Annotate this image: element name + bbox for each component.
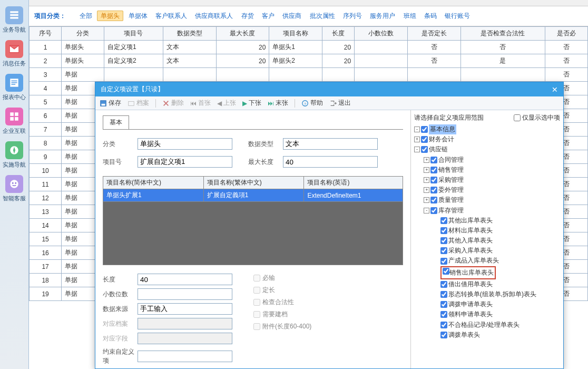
exit-button[interactable]: 退出 <box>329 99 351 108</box>
validate-checkbox[interactable]: 检查合法性 <box>253 298 311 307</box>
sidebar-item-grid[interactable]: 企业互联 <box>3 108 26 135</box>
tree-node[interactable]: 形态转换单(组装单,拆卸单)表头 <box>414 289 560 299</box>
tree-node[interactable]: 采购入库单表头 <box>414 246 560 256</box>
tree-expander[interactable]: - <box>414 127 420 132</box>
filter-tab[interactable]: 服务用户 <box>367 11 398 21</box>
tree-node[interactable]: -基本信息 <box>414 124 560 134</box>
tree-checkbox[interactable] <box>430 197 437 203</box>
tree-checkbox[interactable] <box>430 207 437 214</box>
tree-node-label[interactable]: 调拨申请单表头 <box>448 299 493 309</box>
tree-node-label[interactable]: 采购入库单表头 <box>448 246 493 256</box>
tree-node[interactable]: 其他出库单表头 <box>414 216 560 226</box>
name-grid-header[interactable]: 项目名称(英语) <box>304 177 403 189</box>
table-row[interactable]: 2单据头自定义项2文本20单据头220否是否 <box>30 54 588 68</box>
tree-node-label[interactable]: 产成品入库单表头 <box>448 256 499 266</box>
decimal-input[interactable] <box>138 288 232 300</box>
tree-node-label[interactable]: 销售出库单表头 <box>440 266 496 279</box>
table-row[interactable]: 3单据否 <box>30 68 588 82</box>
tree-checkbox[interactable] <box>421 136 428 143</box>
dialog-titlebar[interactable]: 自定义项设置【只读】 ✕ <box>95 82 563 96</box>
filter-tab[interactable]: 批次属性 <box>307 11 338 21</box>
tab-basic[interactable]: 基本 <box>103 115 129 129</box>
table-header[interactable]: 是否必 <box>545 27 587 41</box>
tree-node[interactable]: +委外管理 <box>414 185 560 195</box>
sidebar-item-compass[interactable]: 实施导航 <box>3 141 26 169</box>
tree-node-label[interactable]: 不合格品记录/处理单表头 <box>448 320 520 330</box>
filter-tab[interactable]: 客户联系人 <box>152 11 190 21</box>
tree-node-label[interactable]: 其他出库单表头 <box>448 216 493 226</box>
tree-node-label[interactable]: 基本信息 <box>429 124 456 134</box>
filter-tab[interactable]: 客户 <box>259 11 278 21</box>
tree-node-label[interactable]: 销售管理 <box>438 165 464 175</box>
length-input[interactable] <box>138 274 232 285</box>
tree-checkbox[interactable] <box>430 187 437 193</box>
table-header[interactable]: 是否定长 <box>407 27 460 41</box>
table-row[interactable]: 1单据头自定义项1文本20单据头120否否否 <box>30 41 588 54</box>
datasource-input[interactable] <box>138 303 232 315</box>
tree-checkbox[interactable] <box>430 157 437 163</box>
only-selected-checkbox[interactable]: 仅显示选中项 <box>514 113 560 122</box>
filter-tab[interactable]: 银行账号 <box>442 11 473 21</box>
tree-node-label[interactable]: 形态转换单(组装单,拆卸单)表头 <box>448 289 536 299</box>
tree-node-label[interactable]: 库存管理 <box>438 206 464 216</box>
tree-expander[interactable]: + <box>424 187 429 193</box>
filter-tab[interactable]: 全部 <box>76 11 95 21</box>
tree-node[interactable]: 销售出库单表头 <box>414 266 560 279</box>
tree-node[interactable]: 材料出库单表头 <box>414 226 560 236</box>
tree-node[interactable]: 调拨单表头 <box>414 330 560 340</box>
attachment-checkbox[interactable]: 附件(长度60-400) <box>253 322 311 331</box>
name-grid-header[interactable]: 项目名称(繁体中文) <box>203 177 304 189</box>
tree-node[interactable]: 其他入库单表头 <box>414 236 560 246</box>
constraint-input[interactable] <box>138 351 232 362</box>
tree-checkbox[interactable] <box>440 247 447 254</box>
sidebar-item-report[interactable]: 报表中心 <box>3 74 26 101</box>
sidebar-item-nav[interactable]: 业务导航 <box>3 6 26 34</box>
filter-tab[interactable]: 单据体 <box>125 11 151 21</box>
tree-checkbox[interactable] <box>443 268 449 275</box>
tree-node-label[interactable]: 领料申请单表头 <box>448 309 493 319</box>
last-button[interactable]: ⏭末张 <box>268 99 288 108</box>
tree-node-label[interactable]: 借出借用单表头 <box>448 279 493 289</box>
tree-checkbox[interactable] <box>421 126 428 133</box>
filter-tab[interactable]: 条码 <box>421 11 440 21</box>
tree-node[interactable]: -库存管理 <box>414 206 560 216</box>
first-button[interactable]: ⏮首张 <box>190 99 211 108</box>
tree-node[interactable]: 不合格品记录/处理单表头 <box>414 320 560 330</box>
tree-node-label[interactable]: 采购管理 <box>438 175 464 185</box>
tree-expander[interactable]: + <box>424 167 429 173</box>
filter-tab[interactable]: 班组 <box>400 11 419 21</box>
tree-node[interactable]: +质量管理 <box>414 195 560 205</box>
prev-button[interactable]: ◀上张 <box>217 99 236 108</box>
tree-expander[interactable]: + <box>424 177 429 183</box>
tree-checkbox[interactable] <box>440 332 447 338</box>
name-grid-selected-row[interactable]: 单据头扩展1扩展自定義項1ExtendDefineItem1 <box>103 189 403 202</box>
table-header[interactable]: 小数位数 <box>355 27 408 41</box>
filter-tab[interactable]: 供应商联系人 <box>192 11 236 21</box>
tree-node[interactable]: 产成品入库单表头 <box>414 256 560 266</box>
save-button[interactable]: 保存 <box>100 99 121 108</box>
table-header[interactable]: 序号 <box>30 27 62 41</box>
tree-checkbox[interactable] <box>430 177 437 183</box>
tree-node[interactable]: 调拨申请单表头 <box>414 299 560 309</box>
tree-expander[interactable]: + <box>424 157 429 163</box>
tree-checkbox[interactable] <box>440 322 447 328</box>
table-header[interactable]: 分类 <box>62 27 104 41</box>
need-archive-checkbox[interactable]: 需要建档 <box>253 310 311 319</box>
tree-checkbox[interactable] <box>430 167 437 173</box>
tree-expander[interactable]: - <box>414 147 420 152</box>
tree-node-label[interactable]: 财务会计 <box>429 134 454 144</box>
tree-expander[interactable]: + <box>424 197 429 203</box>
fixedlen-checkbox[interactable]: 定长 <box>253 286 311 295</box>
tree-node[interactable]: 借出借用单表头 <box>414 279 560 289</box>
tree-node-label[interactable]: 调拨单表头 <box>448 330 480 340</box>
tree-checkbox[interactable] <box>440 301 447 308</box>
delete-button[interactable]: 删除 <box>162 99 184 108</box>
tree-node-label[interactable]: 材料出库单表头 <box>448 226 493 236</box>
tree-node-label[interactable]: 质量管理 <box>438 195 464 205</box>
tree-node[interactable]: +采购管理 <box>414 175 560 185</box>
help-button[interactable]: ?帮助 <box>301 99 323 108</box>
table-header[interactable]: 是否检查合法性 <box>460 27 545 41</box>
table-header[interactable]: 项目名称 <box>269 27 322 41</box>
sidebar-item-mail[interactable]: 消息任务 <box>3 40 26 67</box>
filter-tab[interactable]: 供应商 <box>279 11 305 21</box>
